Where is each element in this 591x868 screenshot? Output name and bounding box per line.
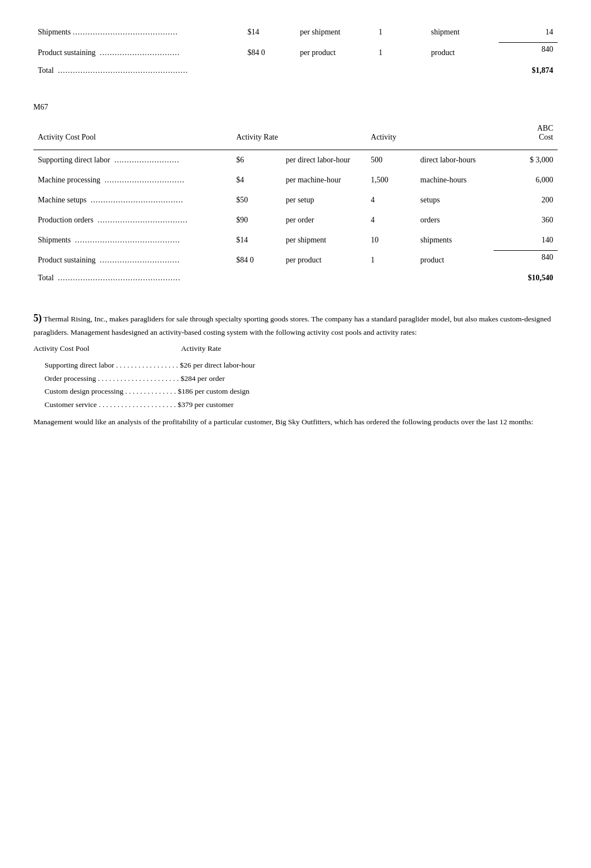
q5-activity-item-1: Order processing . . . . . . . . . . . .… — [45, 373, 558, 385]
m67-header-pool: Activity Cost Pool — [33, 121, 232, 150]
q5-activity-list: Supporting direct labor . . . . . . . . … — [45, 359, 558, 410]
m67-production-orders-name: Production orders ......................… — [33, 210, 232, 230]
m67-shipments-rate: $14 — [232, 230, 281, 251]
m67-supporting-per: per direct labor-hour — [282, 150, 367, 170]
m67-product-sustaining-name: Product sustaining .....................… — [33, 250, 232, 270]
m67-supporting-cost: $ 3,000 — [494, 150, 558, 170]
top-total-label: Total ..................................… — [33, 63, 243, 81]
top-product-sustaining-rate: $84 0 — [243, 43, 296, 63]
m67-production-orders-rate: $90 — [232, 210, 281, 230]
q5-number: 5) — [33, 313, 42, 324]
m67-machine-processing-unit: machine-hours — [416, 170, 494, 190]
q5-activity-header: Activity Cost Pool Activity Rate — [33, 343, 558, 355]
m67-total-cost: $10,540 — [494, 270, 558, 288]
m67-shipments-per: per shipment — [282, 230, 367, 251]
top-shipments-name: Shipments ..............................… — [33, 22, 243, 43]
m67-production-orders-qty: 4 — [366, 210, 416, 230]
m67-shipments-qty: 10 — [366, 230, 416, 251]
m67-header-activity: Activity — [366, 121, 494, 150]
m67-machine-setups-name: Machine setups .........................… — [33, 190, 232, 210]
m67-row-machine-processing: Machine processing .....................… — [33, 170, 558, 190]
m67-supporting-name: Supporting direct labor ................… — [33, 150, 232, 170]
q5-closing-text: Management would like an analysis of the… — [33, 416, 558, 428]
q5-intro-text: Thermal Rising, Inc., makes paragliders … — [33, 315, 551, 336]
question5-section: 5) Thermal Rising, Inc., makes paraglide… — [33, 310, 558, 428]
m67-supporting-qty: 500 — [366, 150, 416, 170]
m67-label: M67 — [33, 103, 558, 112]
m67-header-cost: ABC Cost — [494, 121, 558, 150]
m67-production-orders-cost: 360 — [494, 210, 558, 230]
m67-product-sustaining-unit: product — [416, 250, 494, 270]
q5-activity-item-2: Custom design processing . . . . . . . .… — [45, 385, 558, 398]
m67-machine-processing-cost: 6,000 — [494, 170, 558, 190]
top-product-sustaining-qty: 1 — [374, 43, 426, 63]
top-shipments-row: Shipments ..............................… — [33, 22, 558, 43]
top-product-sustaining-cost: 840 — [499, 43, 558, 63]
m67-supporting-unit: direct labor-hours — [416, 150, 494, 170]
m67-header-row: Activity Cost Pool Activity Rate Activit… — [33, 121, 558, 150]
top-total-cost: $1,874 — [499, 63, 558, 81]
q5-intro-paragraph: 5) Thermal Rising, Inc., makes paraglide… — [33, 310, 558, 338]
m67-machine-setups-unit: setups — [416, 190, 494, 210]
m67-machine-setups-cost: 200 — [494, 190, 558, 210]
m67-machine-setups-qty: 4 — [366, 190, 416, 210]
m67-row-shipments: Shipments ..............................… — [33, 230, 558, 251]
m67-shipments-cost: 140 — [494, 230, 558, 251]
m67-product-sustaining-cost: 840 — [494, 250, 558, 270]
top-product-sustaining-per: per product — [296, 43, 374, 63]
m67-shipments-unit: shipments — [416, 230, 494, 251]
m67-machine-setups-per: per setup — [282, 190, 367, 210]
m67-total-row: Total ..................................… — [33, 270, 558, 288]
m67-row-product-sustaining: Product sustaining .....................… — [33, 250, 558, 270]
m67-machine-processing-qty: 1,500 — [366, 170, 416, 190]
m67-header-rate: Activity Rate — [232, 121, 366, 150]
top-product-sustaining-unit: product — [426, 43, 499, 63]
m67-shipments-name: Shipments ..............................… — [33, 230, 232, 251]
m67-row-supporting: Supporting direct labor ................… — [33, 150, 558, 170]
m67-product-sustaining-qty: 1 — [366, 250, 416, 270]
m67-machine-processing-per: per machine-hour — [282, 170, 367, 190]
m67-production-orders-unit: orders — [416, 210, 494, 230]
top-shipments-per: per shipment — [296, 22, 374, 43]
top-shipments-rate: $14 — [243, 22, 296, 43]
top-shipments-qty: 1 — [374, 22, 426, 43]
top-shipments-unit: shipment — [426, 22, 499, 43]
top-total-row: Total ..................................… — [33, 63, 558, 81]
m67-product-sustaining-rate: $84 0 — [232, 250, 281, 270]
m67-production-orders-per: per order — [282, 210, 367, 230]
top-product-sustaining-row: Product sustaining .....................… — [33, 43, 558, 63]
m67-machine-setups-rate: $50 — [232, 190, 281, 210]
top-product-sustaining-name: Product sustaining .....................… — [33, 43, 243, 63]
m67-row-production-orders: Production orders ......................… — [33, 210, 558, 230]
m67-total-label: Total ..................................… — [33, 270, 232, 288]
m67-product-sustaining-per: per product — [282, 250, 367, 270]
q5-activity-item-3: Customer service . . . . . . . . . . . .… — [45, 399, 558, 411]
m67-machine-processing-name: Machine processing .....................… — [33, 170, 232, 190]
top-shipments-cost: 14 — [499, 22, 558, 43]
m67-machine-processing-rate: $4 — [232, 170, 281, 190]
q5-activity-item-0: Supporting direct labor . . . . . . . . … — [45, 359, 558, 371]
m67-supporting-rate: $6 — [232, 150, 281, 170]
m67-row-machine-setups: Machine setups .........................… — [33, 190, 558, 210]
